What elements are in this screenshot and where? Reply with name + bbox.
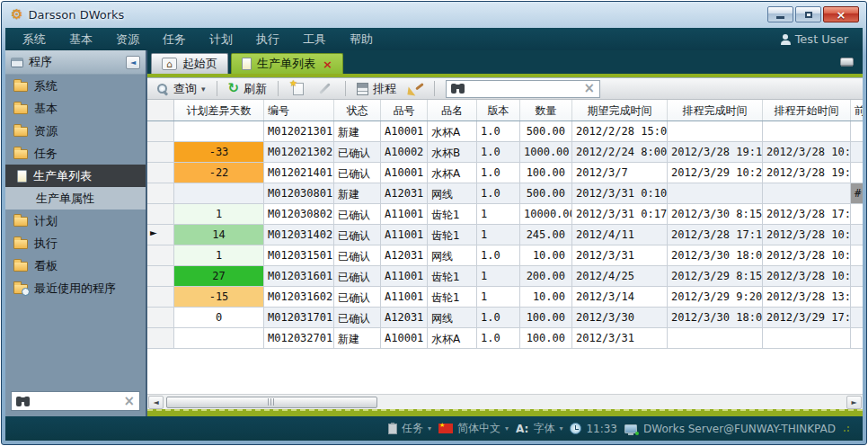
cell-sched-start[interactable]: 2012/3/28 19:10 [763, 163, 851, 183]
cell-order-no[interactable]: M012030802 [264, 204, 334, 225]
cell-qty[interactable]: 10.00 [520, 245, 572, 266]
cell-order-no[interactable]: M012021301 [264, 121, 334, 142]
column-header-version[interactable]: 版本 [477, 100, 520, 120]
cell-expected-finish[interactable]: 2012/3/7 [572, 163, 668, 183]
schedule-button[interactable]: 排程 [353, 80, 400, 98]
cell-clipped-col[interactable] [851, 225, 863, 245]
minimize-button[interactable] [767, 6, 793, 22]
refresh-button[interactable]: ↻ 刷新 [225, 80, 271, 98]
cell-sched-finish[interactable]: 2012/3/30 18:00 [668, 245, 763, 266]
cell-sched-finish[interactable] [668, 183, 763, 204]
cell-version[interactable]: 1 [477, 266, 520, 287]
menu-item-8[interactable]: 帮助 [338, 31, 385, 48]
cell-item-name[interactable]: 网线 [428, 245, 477, 266]
toolbar-search-input[interactable] [469, 83, 579, 95]
sidebar-item-kanban[interactable]: 看板 [5, 254, 146, 277]
cell-sched-finish[interactable]: 2012/3/28 19:10 [668, 142, 763, 163]
cell-clipped-col[interactable] [851, 266, 863, 287]
close-button[interactable]: × [823, 6, 859, 22]
cell-sched-start[interactable]: 2012/3/28 13:40 [763, 287, 851, 308]
column-header-item-no[interactable]: 品号 [381, 100, 428, 120]
menu-item-7[interactable]: 工具 [291, 31, 338, 48]
cell-item-no[interactable]: A11001 [381, 225, 428, 245]
table-row[interactable]: -33M012021302已确认A10002水杯B1.01000.002012/… [147, 142, 863, 163]
menu-item-4[interactable]: 任务 [151, 31, 198, 48]
cell-clipped-col[interactable] [851, 163, 863, 183]
tab-production-order-list[interactable]: 生产单列表 × [231, 53, 343, 74]
cell-item-name[interactable]: 水杯A [428, 163, 477, 183]
cell-item-no[interactable]: A12031 [381, 308, 428, 328]
cell-qty[interactable]: 1000.00 [520, 142, 572, 163]
cell-version[interactable]: 1.0 [477, 245, 520, 266]
cell-clipped-col[interactable] [851, 204, 863, 225]
cell-version[interactable]: 1 [477, 287, 520, 308]
cell-status[interactable]: 已确认 [334, 266, 381, 287]
column-header-order-no[interactable]: 编号 [264, 100, 334, 120]
cell-qty[interactable]: 500.00 [520, 121, 572, 142]
cell-status[interactable]: 已确认 [334, 142, 381, 163]
cell-plan-diff-days[interactable] [174, 183, 264, 204]
table-row[interactable]: ►14M012031402已确认A11001齿轮11245.002012/4/1… [147, 225, 863, 245]
table-row[interactable]: 0M012031701已确认A12031网线1.0100.002012/3/30… [147, 308, 863, 328]
cell-expected-finish[interactable]: 2012/3/31 0:10 [572, 183, 668, 204]
cell-order-no[interactable]: M012031602 [264, 287, 334, 308]
cell-expected-finish[interactable]: 2012/3/14 [572, 287, 668, 308]
user-badge[interactable]: Test User [781, 32, 857, 46]
cell-item-name[interactable]: 网线 [428, 183, 477, 204]
splitter-strip[interactable] [147, 409, 863, 416]
table-row[interactable]: M012021301新建A10001水杯A1.0500.002012/2/28 … [147, 121, 863, 142]
table-row[interactable]: -15M012031602已确认A11001齿轮1110.002012/3/14… [147, 287, 863, 308]
cell-order-no[interactable]: M012031601 [264, 266, 334, 287]
cell-qty[interactable]: 500.00 [520, 183, 572, 204]
cell-sched-start[interactable]: 2012/3/28 17:13 [763, 204, 851, 225]
cell-sched-start[interactable]: 2012/3/28 10:52 [763, 225, 851, 245]
cell-sched-finish[interactable]: 2012/3/30 8:15 [668, 204, 763, 225]
sidebar-search-input[interactable] [34, 395, 119, 407]
sidebar-item-production-order-list[interactable]: 生产单列表 [5, 165, 146, 187]
cell-qty[interactable]: 100.00 [520, 308, 572, 328]
edit-button[interactable] [312, 86, 338, 91]
pin-icon[interactable] [840, 58, 854, 66]
cell-qty[interactable]: 100.00 [520, 328, 572, 349]
sidebar-item-base[interactable]: 基本 [5, 97, 146, 120]
cell-status[interactable]: 已确认 [334, 225, 381, 245]
cell-expected-finish[interactable]: 2012/2/28 15:00 [572, 121, 668, 142]
menu-item-6[interactable]: 执行 [244, 31, 291, 48]
cell-plan-diff-days[interactable]: -33 [174, 142, 264, 163]
cell-clipped-col[interactable] [851, 142, 863, 163]
cell-clipped-col[interactable] [851, 121, 863, 142]
tab-close-icon[interactable]: × [323, 58, 332, 70]
cell-version[interactable]: 1.0 [477, 328, 520, 349]
column-header-sched-start[interactable]: 排程开始时间 [763, 100, 851, 120]
cell-item-no[interactable]: A10001 [381, 121, 428, 142]
font-menu[interactable]: A: 字体 ▾ [516, 421, 562, 436]
cell-expected-finish[interactable]: 2012/4/25 [572, 266, 668, 287]
cell-sched-start[interactable]: 2012/3/29 17:46 [763, 308, 851, 328]
language-menu[interactable]: 简体中文 ▾ [438, 421, 509, 436]
cell-status[interactable]: 已确认 [334, 287, 381, 308]
column-header-qty[interactable]: 数量 [520, 100, 572, 120]
table-row[interactable]: 1M012031501已确认A12031网线1.010.002012/3/312… [147, 245, 863, 266]
cell-sched-start[interactable] [763, 183, 851, 204]
menu-item-2[interactable]: 基本 [58, 31, 104, 48]
table-row[interactable]: M012032701新建A10001水杯A1.0100.002012/3/31 [147, 328, 863, 349]
cell-item-no[interactable]: A10001 [381, 328, 428, 349]
menu-item-5[interactable]: 计划 [198, 31, 244, 48]
cell-item-no[interactable]: A11001 [381, 287, 428, 308]
cell-plan-diff-days[interactable] [174, 121, 264, 142]
cell-status[interactable]: 已确认 [334, 245, 381, 266]
cell-order-no[interactable]: M012031701 [264, 308, 334, 328]
sidebar-item-resource[interactable]: 资源 [5, 120, 146, 142]
column-header-status[interactable]: 状态 [334, 100, 381, 120]
menu-item-1[interactable]: 系统 [11, 31, 58, 48]
cell-sched-start[interactable]: 2012/3/28 10:52 [763, 245, 851, 266]
table-row[interactable]: 1M012030802已确认A11001齿轮1110000.002012/3/3… [147, 204, 863, 225]
cell-qty[interactable]: 245.00 [520, 225, 572, 245]
table-row[interactable]: -22M012021401已确认A10001水杯A1.0100.002012/3… [147, 163, 863, 183]
cell-plan-diff-days[interactable]: 1 [174, 204, 264, 225]
cell-plan-diff-days[interactable]: 0 [174, 308, 264, 328]
cell-expected-finish[interactable]: 2012/3/30 [572, 308, 668, 328]
cell-plan-diff-days[interactable]: -15 [174, 287, 264, 308]
cell-order-no[interactable]: M012031402 [264, 225, 334, 245]
new-button[interactable] [286, 82, 307, 96]
